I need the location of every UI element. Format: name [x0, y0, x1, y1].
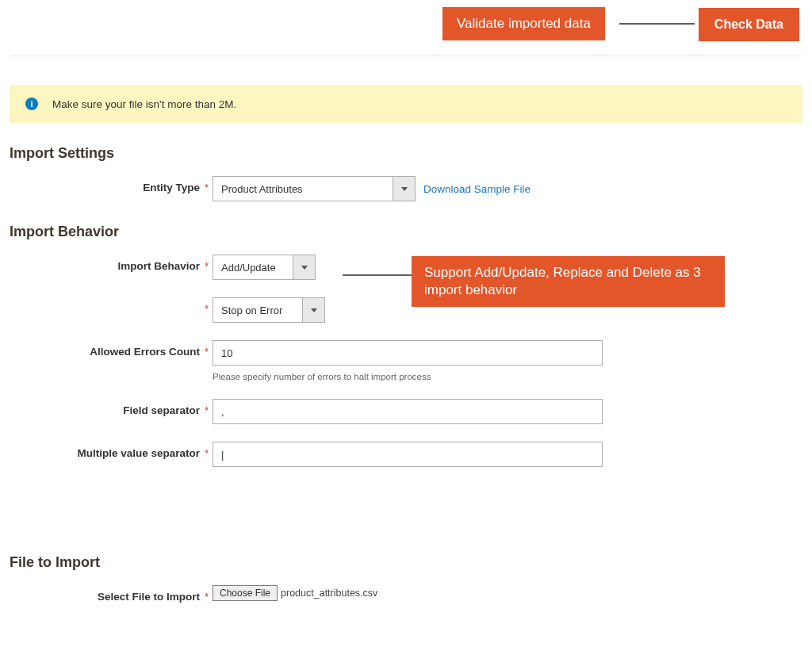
field-separator-row: Field separator *: [0, 399, 812, 424]
callout-connector-mid: [343, 274, 412, 276]
header-divider: [10, 56, 802, 56]
required-asterisk: *: [205, 297, 213, 315]
field-separator-label: Field separator: [0, 399, 205, 416]
download-sample-link[interactable]: Download Sample File: [423, 183, 530, 195]
check-data-button[interactable]: Check Data: [699, 8, 799, 41]
notice-text: Make sure your file isn't more than 2M.: [52, 98, 236, 110]
error-strategy-label: [0, 297, 205, 303]
allowed-errors-row: Allowed Errors Count * Please specify nu…: [0, 340, 812, 381]
top-action-bar: Check Data: [0, 0, 812, 56]
import-behavior-select[interactable]: Add/Update: [213, 255, 316, 280]
required-asterisk: *: [205, 585, 213, 603]
field-separator-input[interactable]: [213, 399, 603, 424]
chevron-down-icon: [302, 298, 324, 322]
required-asterisk: *: [205, 176, 213, 193]
chevron-down-icon: [293, 255, 315, 279]
behavior-callout: Support Add/Update, Replace and Delete a…: [412, 256, 725, 307]
selected-filename: product_attributes.csv: [281, 588, 377, 599]
validate-data-callout: Validate imported data: [442, 7, 605, 40]
callout-connector-top: [619, 23, 695, 25]
required-asterisk: *: [205, 340, 213, 358]
select-file-row: Select File to Import * Choose File prod…: [0, 585, 812, 611]
allowed-errors-hint: Please specify number of errors to halt …: [213, 372, 603, 381]
required-asterisk: *: [205, 255, 213, 272]
multi-separator-input[interactable]: [213, 442, 603, 467]
import-behavior-value: Add/Update: [213, 255, 293, 279]
required-asterisk: *: [205, 399, 213, 416]
multi-separator-label: Multiple value separator: [0, 442, 205, 459]
import-settings-title: Import Settings: [10, 145, 802, 162]
required-asterisk: *: [205, 442, 213, 459]
chevron-down-icon: [393, 177, 415, 201]
import-behavior-label: Import Behavior: [0, 255, 205, 272]
file-size-notice: i Make sure your file isn't more than 2M…: [10, 85, 802, 123]
multi-separator-row: Multiple value separator *: [0, 442, 812, 467]
entity-type-label: Entity Type: [0, 176, 205, 193]
entity-type-row: Entity Type * Product Attributes Downloa…: [0, 176, 812, 201]
allowed-errors-label: Allowed Errors Count: [0, 340, 205, 358]
file-to-import-title: File to Import: [10, 554, 802, 571]
error-strategy-value: Stop on Error: [213, 298, 302, 322]
choose-file-button[interactable]: Choose File: [213, 585, 278, 601]
allowed-errors-input[interactable]: [213, 340, 603, 366]
error-strategy-select[interactable]: Stop on Error: [213, 297, 325, 323]
select-file-label: Select File to Import: [0, 585, 205, 603]
entity-type-select[interactable]: Product Attributes: [213, 176, 416, 201]
entity-type-value: Product Attributes: [213, 177, 393, 201]
import-behavior-title: Import Behavior: [10, 224, 802, 240]
info-icon: i: [25, 98, 38, 110]
